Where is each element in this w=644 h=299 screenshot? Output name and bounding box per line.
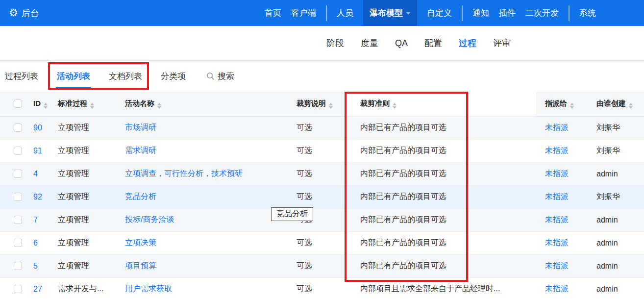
topbar: ⚙ 后台 首页客户端人员瀑布模型自定义通知插件二次开发系统 [0,0,644,26]
assignee-link[interactable]: 未指派 [545,261,569,270]
id-cell: 7 [28,208,58,231]
col-header-assign[interactable]: 指派给 [536,92,590,116]
checkbox-cell [0,254,28,277]
assignee-link[interactable]: 未指派 [545,146,569,154]
activity-link[interactable]: 需求调研 [125,146,156,154]
subnav-item-stage[interactable]: 阶段 [326,37,344,49]
sort-icon[interactable] [157,103,161,109]
subnav-item-qa[interactable]: QA [395,38,408,49]
assignee-link[interactable]: 未指派 [545,284,569,293]
col-header-std[interactable]: 标准过程 [58,92,125,116]
activity-link[interactable]: 竞品分析 [125,192,156,200]
col-header-creator[interactable]: 由谁创建 [590,92,644,116]
row-checkbox[interactable] [14,285,22,293]
sort-asc-arrow [44,103,48,105]
row-checkbox[interactable] [14,216,22,224]
activity-link[interactable]: 投标/商务洽谈 [125,215,174,224]
assignee-link[interactable]: 未指派 [545,169,569,177]
topnav-item-custom[interactable]: 自定义 [427,0,452,26]
id-link[interactable]: 4 [33,170,38,178]
col-header-desc[interactable]: 裁剪说明 [297,92,345,116]
assignee-link[interactable]: 未指派 [545,238,569,247]
row-checkbox[interactable] [14,170,22,178]
search-button[interactable]: 搜索 [206,71,234,82]
row-checkbox[interactable] [14,124,22,132]
col-header-activity[interactable]: 活动名称 [125,92,297,116]
activity-table: ID标准过程活动名称裁剪说明裁剪准则指派给由谁创建 90立项管理市场调研可选内部… [0,92,644,299]
topnav-item-notification[interactable]: 通知 [472,0,489,26]
col-header-id[interactable]: ID [28,92,58,116]
id-link[interactable]: 6 [33,239,38,247]
sort-icon[interactable] [329,103,333,109]
id-link[interactable]: 27 [33,285,42,293]
subnav-item-review[interactable]: 评审 [493,37,511,49]
standard-process-cell: 立项管理 [58,185,125,208]
col-header-label: 裁剪说明 [297,99,326,107]
id-cell: 6 [28,231,58,254]
tailoring-desc-cell: 可选 [297,254,345,277]
sort-desc-arrow [90,106,94,109]
search-icon [206,72,215,80]
sort-icon[interactable] [629,103,633,109]
activity-link[interactable]: 立项调查，可行性分析，技术预研 [125,169,243,177]
select-all-cell [0,92,28,116]
activity-link[interactable]: 用户需求获取 [125,284,172,293]
id-link[interactable]: 92 [33,193,42,201]
standard-process-cell: 立项管理 [58,162,125,185]
brand[interactable]: ⚙ 后台 [9,7,39,19]
id-link[interactable]: 5 [33,262,38,270]
checkbox-cell [0,116,28,139]
standard-process-cell: 需求开发与... [58,277,125,299]
topnav-item-client[interactable]: 客户端 [291,0,316,26]
search-label: 搜索 [218,71,234,82]
creator-cell: admin [590,254,644,277]
sort-desc-arrow [629,106,633,109]
col-header-criteria[interactable]: 裁剪准则 [345,92,536,116]
gear-icon: ⚙ [9,8,18,18]
subnav-item-config[interactable]: 配置 [424,37,442,49]
tab-activity-list[interactable]: 活动列表 [56,67,91,88]
assignee-cell: 未指派 [536,231,590,254]
table-header-row: ID标准过程活动名称裁剪说明裁剪准则指派给由谁创建 [0,92,644,116]
creator-cell: admin [590,162,644,185]
sort-desc-arrow [44,106,48,109]
sort-icon[interactable] [90,103,94,109]
topnav-item-waterfall-model[interactable]: 瀑布模型 [363,0,417,26]
tailoring-desc-cell: 可选 [297,185,345,208]
row-checkbox[interactable] [14,147,22,155]
sort-asc-arrow [329,103,333,105]
activity-link[interactable]: 项目预算 [125,261,156,270]
row-checkbox[interactable] [14,239,22,247]
topnav-item-system[interactable]: 系统 [579,0,596,26]
subnav-item-measure[interactable]: 度量 [361,37,378,49]
sort-asc-arrow [570,103,574,105]
assignee-link[interactable]: 未指派 [545,215,569,224]
subnav-item-process[interactable]: 过程 [459,37,476,49]
topnav-item-personnel[interactable]: 人员 [337,0,353,26]
sort-icon[interactable] [393,103,396,109]
tailoring-desc-cell: 可选 [297,162,345,185]
sort-icon[interactable] [44,103,48,109]
row-checkbox[interactable] [14,262,22,270]
creator-cell: 刘振华 [590,185,644,208]
row-checkbox[interactable] [14,193,22,201]
tab-category-items[interactable]: 分类项 [160,67,187,88]
select-all-checkbox[interactable] [14,100,22,108]
tab-document-list[interactable]: 文档列表 [108,67,143,88]
assignee-cell: 未指派 [536,208,590,231]
activity-cell: 立项调查，可行性分析，技术预研 [125,162,297,185]
activity-link[interactable]: 市场调研 [125,123,156,131]
topnav-item-secondary-dev[interactable]: 二次开发 [525,0,559,26]
assignee-link[interactable]: 未指派 [545,192,569,200]
checkbox-cell [0,185,28,208]
sort-icon[interactable] [570,103,574,109]
topnav-item-home[interactable]: 首页 [265,0,281,26]
id-link[interactable]: 90 [33,124,42,132]
id-link[interactable]: 7 [33,216,38,224]
topnav-item-plugin[interactable]: 插件 [499,0,516,26]
tailoring-criteria-cell: 内部已有产品的项目可选 [345,162,536,185]
tab-process-list[interactable]: 过程列表 [4,67,39,88]
activity-link[interactable]: 立项决策 [125,238,156,247]
assignee-link[interactable]: 未指派 [545,123,569,131]
id-link[interactable]: 91 [33,147,42,155]
